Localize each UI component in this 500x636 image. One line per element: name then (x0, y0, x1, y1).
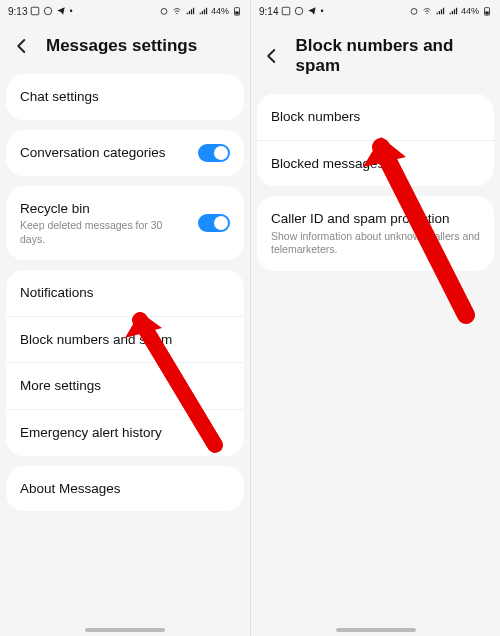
row-label: Notifications (20, 284, 230, 302)
row-label: Block numbers and spam (20, 331, 230, 349)
status-time: 9:14 (259, 6, 278, 17)
card-conversation: Conversation categories (6, 130, 244, 176)
toggle-recycle-bin[interactable] (198, 214, 230, 232)
svg-rect-0 (32, 7, 40, 15)
svg-rect-11 (485, 11, 488, 14)
svg-point-2 (161, 9, 167, 15)
card-advanced: Notifications Block numbers and spam Mor… (6, 270, 244, 455)
card-block: Block numbers Blocked messages (257, 94, 494, 186)
signal2-icon (448, 6, 458, 16)
wifi-icon (422, 6, 432, 16)
card-chat: Chat settings (6, 74, 244, 120)
pane-block-numbers-spam: 9:14 • 44% Block numbers and spam Block … (250, 0, 500, 636)
page-title: Messages settings (46, 36, 197, 56)
row-sublabel: Show information about unknown callers a… (271, 230, 480, 257)
back-button[interactable] (263, 46, 282, 66)
settings-list: Block numbers Blocked messages Caller ID… (251, 94, 500, 636)
status-time: 9:13 (8, 6, 27, 17)
svg-point-1 (45, 7, 53, 15)
card-recycle: Recycle bin Keep deleted messages for 30… (6, 186, 244, 261)
nav-handle[interactable] (85, 628, 165, 632)
settings-list: Chat settings Conversation categories Re… (0, 74, 250, 636)
row-label: Caller ID and spam protection (271, 210, 480, 228)
row-emergency-alert-history[interactable]: Emergency alert history (6, 409, 244, 456)
signal-icon (435, 6, 445, 16)
nav-handle[interactable] (336, 628, 416, 632)
wifi-icon (172, 6, 182, 16)
row-about-messages[interactable]: About Messages (6, 466, 244, 512)
row-caller-id-spam-protection[interactable]: Caller ID and spam protection Show infor… (257, 196, 494, 271)
whatsapp-icon (294, 6, 304, 16)
signal-icon (185, 6, 195, 16)
status-bar: 9:13 • 44% (0, 0, 250, 22)
row-notifications[interactable]: Notifications (6, 270, 244, 316)
row-more-settings[interactable]: More settings (6, 362, 244, 409)
back-button[interactable] (12, 36, 32, 56)
row-conversation-categories[interactable]: Conversation categories (6, 130, 244, 176)
battery-icon (482, 6, 492, 16)
pane-messages-settings: 9:13 • 44% Messages settings Chat settin… (0, 0, 250, 636)
chevron-left-icon (13, 37, 31, 55)
row-label: Recycle bin (20, 200, 190, 218)
row-recycle-bin[interactable]: Recycle bin Keep deleted messages for 30… (6, 186, 244, 261)
row-label: Chat settings (20, 88, 230, 106)
status-battery: 44% (211, 6, 229, 16)
gallery-icon (30, 6, 40, 16)
row-label: Blocked messages (271, 155, 480, 173)
row-block-numbers[interactable]: Block numbers (257, 94, 494, 140)
row-chat-settings[interactable]: Chat settings (6, 74, 244, 120)
card-about: About Messages (6, 466, 244, 512)
row-label: Emergency alert history (20, 424, 230, 442)
svg-point-8 (411, 9, 417, 15)
whatsapp-icon (43, 6, 53, 16)
svg-point-7 (296, 7, 304, 15)
row-blocked-messages[interactable]: Blocked messages (257, 140, 494, 187)
status-battery: 44% (461, 6, 479, 16)
row-label: Conversation categories (20, 144, 190, 162)
row-sublabel: Keep deleted messages for 30 days. (20, 219, 190, 246)
card-caller-id: Caller ID and spam protection Show infor… (257, 196, 494, 271)
signal2-icon (198, 6, 208, 16)
row-block-numbers-spam[interactable]: Block numbers and spam (6, 316, 244, 363)
row-label: More settings (20, 377, 230, 395)
status-bar: 9:14 • 44% (251, 0, 500, 22)
row-label: About Messages (20, 480, 230, 498)
svg-point-3 (176, 13, 177, 14)
header: Messages settings (0, 22, 250, 74)
telegram-icon (307, 6, 317, 16)
page-title: Block numbers and spam (296, 36, 488, 76)
svg-rect-5 (235, 11, 238, 14)
status-more: • (69, 6, 72, 16)
row-label: Block numbers (271, 108, 480, 126)
toggle-conversation-categories[interactable] (198, 144, 230, 162)
gallery-icon (281, 6, 291, 16)
battery-icon (232, 6, 242, 16)
svg-point-9 (426, 13, 427, 14)
telegram-icon (56, 6, 66, 16)
chevron-left-icon (263, 47, 281, 65)
status-more: • (320, 6, 323, 16)
svg-rect-6 (283, 7, 291, 15)
header: Block numbers and spam (251, 22, 500, 94)
alarm-icon (409, 6, 419, 16)
alarm-icon (159, 6, 169, 16)
